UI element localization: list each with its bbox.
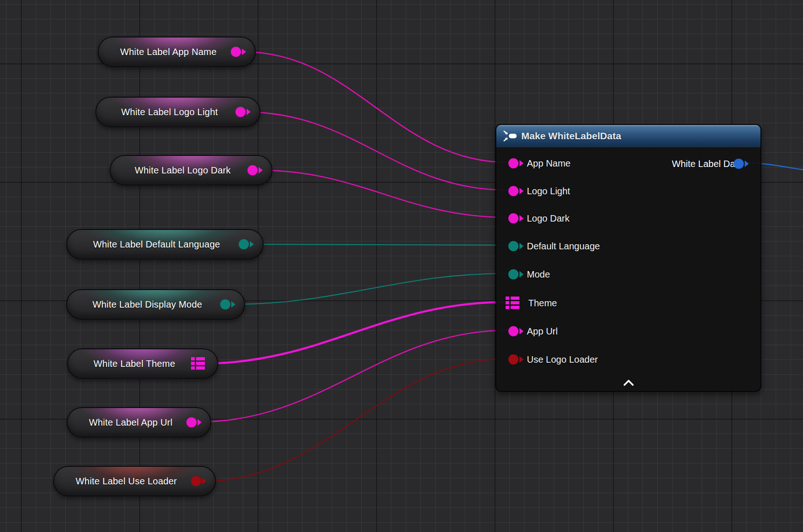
getter-node-label: White Label Theme (87, 359, 198, 369)
getter-node-display-mode[interactable]: White Label Display Mode (66, 289, 245, 320)
input-pin-app-name[interactable] (508, 158, 519, 168)
make-struct-icon (503, 130, 518, 142)
pin-row-app-name: App Name (496, 156, 571, 170)
input-pin-app-url[interactable] (508, 326, 519, 336)
getter-node-logo-light[interactable]: White Label Logo Light (95, 97, 260, 127)
pin-row-white-label-data: White Label Data (672, 157, 760, 171)
getter-node-app-name[interactable]: White Label App Name (98, 37, 256, 67)
input-pin-logo-light[interactable] (508, 186, 519, 196)
pin-row-app-url: App Url (496, 324, 558, 338)
pin-row-logo-dark: Logo Dark (496, 211, 569, 225)
wire-display-mode[interactable] (230, 273, 508, 304)
getter-node-theme[interactable]: White Label Theme (67, 348, 218, 379)
make-node-title: Make WhiteLabelData (521, 130, 621, 142)
output-pin-white-label-data[interactable] (734, 159, 744, 169)
getter-node-label: White Label App Url (82, 417, 196, 428)
getter-node-label: White Label Logo Dark (128, 165, 254, 176)
input-pin-default-language[interactable] (508, 241, 519, 251)
input-pin-mode[interactable] (508, 269, 519, 279)
pin-label: Theme (528, 298, 557, 309)
pin-label: White Label Data (672, 159, 743, 169)
string-output-pin[interactable] (231, 47, 241, 57)
getter-node-label: White Label Use Loader (69, 476, 200, 487)
getter-node-label: White Label Default Language (86, 239, 243, 250)
string-output-pin[interactable] (235, 107, 246, 117)
enum-output-pin[interactable] (239, 239, 249, 249)
pin-label: Default Language (527, 241, 600, 252)
pin-label: App Name (527, 158, 571, 169)
bool-output-pin[interactable] (191, 476, 201, 486)
getter-node-default-language[interactable]: White Label Default Language (66, 229, 264, 260)
pin-label: Mode (527, 269, 550, 280)
getter-node-app-url[interactable]: White Label App Url (67, 407, 211, 438)
getter-node-label: White Label Display Mode (86, 299, 225, 310)
getter-node-logo-dark[interactable]: White Label Logo Dark (110, 155, 272, 186)
make-node-header[interactable]: Make WhiteLabelData (496, 125, 760, 147)
collapse-chevron-icon (624, 380, 634, 386)
pin-row-default-language: Default Language (496, 239, 600, 253)
wire-app-url[interactable] (199, 330, 508, 422)
wire-default-language[interactable] (251, 244, 508, 245)
string-output-pin[interactable] (247, 165, 258, 175)
input-pin-theme[interactable] (505, 296, 520, 310)
pin-row-use-logo-loader: Use Logo Loader (496, 353, 598, 366)
make-struct-node[interactable]: Make WhiteLabelData App Name Logo Light … (495, 124, 761, 392)
struct-pin-icon (505, 296, 520, 310)
blueprint-graph-canvas[interactable]: { "editor": "blueprint-node-graph", "col… (0, 0, 803, 532)
wire-use-loader[interactable] (204, 359, 508, 481)
input-pin-logo-dark[interactable] (508, 213, 519, 223)
enum-output-pin[interactable] (220, 299, 230, 309)
pin-row-theme: Theme (496, 296, 557, 310)
wire-app-name[interactable] (243, 52, 508, 162)
getter-node-label: White Label Logo Light (115, 107, 241, 118)
wire-logo-light[interactable] (245, 112, 508, 190)
struct-pin-icon (191, 356, 205, 371)
pin-row-mode: Mode (496, 267, 550, 281)
pin-label: Logo Dark (527, 213, 569, 224)
wire-logo-dark[interactable] (259, 170, 508, 217)
pin-row-logo-light: Logo Light (496, 184, 570, 198)
pin-label: Logo Light (527, 186, 570, 197)
pin-label: App Url (527, 326, 558, 337)
struct-output-pin[interactable] (191, 356, 205, 371)
wire-theme[interactable] (202, 302, 505, 364)
pin-label: Use Logo Loader (527, 354, 598, 365)
string-output-pin[interactable] (186, 417, 197, 427)
getter-node-label: White Label App Name (114, 47, 240, 57)
input-pin-use-logo-loader[interactable] (508, 354, 519, 365)
getter-node-use-loader[interactable]: White Label Use Loader (53, 466, 216, 496)
collapse-node-button[interactable] (623, 378, 635, 387)
